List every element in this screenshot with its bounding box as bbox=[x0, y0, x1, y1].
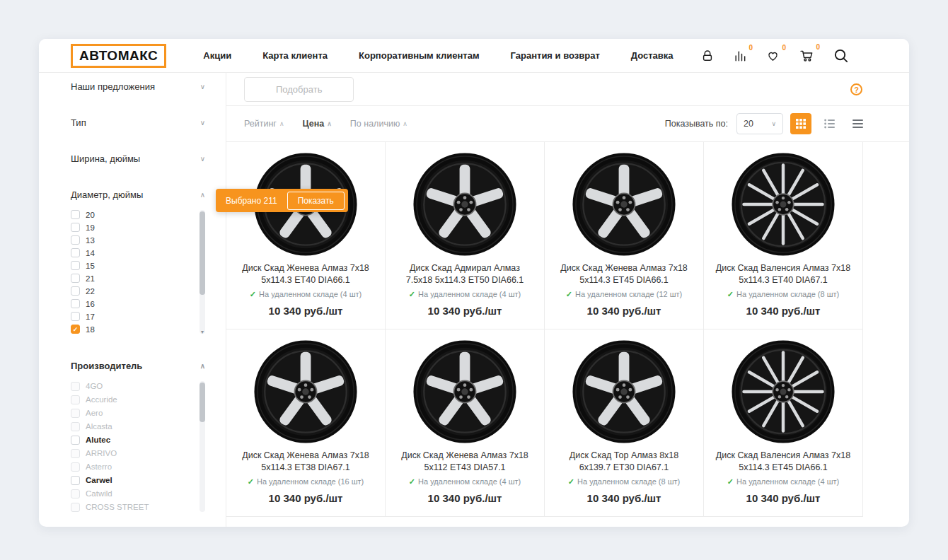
view-list-button[interactable] bbox=[819, 113, 840, 134]
checkbox[interactable] bbox=[71, 476, 80, 485]
nav-item-corporate[interactable]: Корпоративным клиентам bbox=[359, 50, 480, 61]
search-icon[interactable] bbox=[833, 47, 849, 64]
help-icon[interactable]: ? bbox=[850, 83, 862, 95]
in-stock-check-icon: ✓ bbox=[409, 290, 415, 299]
chevron-down-icon: ∨ bbox=[200, 119, 205, 127]
page-size-value: 20 bbox=[744, 119, 753, 129]
filter-header-width[interactable]: Ширина, дюймы ∨ bbox=[71, 153, 205, 164]
manufacturer-scrollbar[interactable] bbox=[200, 381, 205, 512]
filter-section-diameter: Диаметр, дюймы ∧ 20 19 13 14 15 21 22 16… bbox=[71, 189, 205, 335]
manufacturer-option-list: 4GO Accuride Aero Alcasta Alutec ARRIVO … bbox=[71, 380, 205, 513]
diameter-option-18[interactable]: ✓18 bbox=[71, 323, 194, 335]
diameter-option-15[interactable]: 15 bbox=[71, 259, 194, 272]
product-card[interactable]: Диск Скад Женева Алмаз 7x18 5x112 ET43 D… bbox=[386, 329, 545, 517]
cart-icon[interactable]: 0 bbox=[799, 48, 814, 63]
product-price: 10 340 руб./шт bbox=[395, 305, 534, 317]
product-card[interactable]: Диск Скад Женева Алмаз 7x18 5x114.3 ET45… bbox=[545, 142, 704, 329]
product-title[interactable]: Диск Скад Валенсия Алмаз 7x18 5x114.3 ET… bbox=[715, 450, 851, 474]
list-view-icon bbox=[824, 119, 835, 129]
wheel-photo bbox=[572, 152, 676, 257]
product-card[interactable]: Диск Скад Валенсия Алмаз 7x18 5x114.3 ET… bbox=[704, 329, 863, 517]
product-card[interactable]: Диск Скад Тор Алмаз 8x18 6x139.7 ET30 DI… bbox=[545, 329, 704, 517]
filter-label: Производитель bbox=[71, 361, 142, 371]
diameter-scrollbar[interactable]: ▾ bbox=[200, 210, 205, 334]
product-title[interactable]: Диск Скад Женева Алмаз 7x18 5x114.3 ET45… bbox=[556, 262, 692, 286]
manufacturer-option-catwild: Catwild bbox=[71, 487, 194, 500]
page-size-select[interactable]: 20 ∨ bbox=[736, 113, 783, 134]
checkbox[interactable] bbox=[71, 248, 80, 257]
nav-item-promos[interactable]: Акции bbox=[203, 50, 231, 61]
checkbox[interactable] bbox=[71, 312, 80, 321]
view-table-button[interactable] bbox=[847, 113, 868, 134]
filter-label: Диаметр, дюймы bbox=[71, 189, 143, 200]
sort-by-availability[interactable]: По наличию ∧ bbox=[350, 119, 407, 129]
wheel-photo bbox=[731, 152, 836, 257]
filter-header-type[interactable]: Тип ∨ bbox=[71, 117, 205, 128]
diameter-scrollbar-thumb[interactable] bbox=[200, 211, 205, 295]
checkbox[interactable] bbox=[71, 286, 80, 296]
diameter-option-19[interactable]: 19 bbox=[71, 221, 194, 233]
diameter-option-22[interactable]: 22 bbox=[71, 285, 194, 297]
product-card[interactable]: Диск Скад Женева Алмаз 7x18 5x114.3 ET40… bbox=[226, 142, 386, 329]
filter-header-diameter[interactable]: Диаметр, дюймы ∧ bbox=[71, 189, 205, 200]
product-title[interactable]: Диск Скад Адмирал Алмаз 7.5x18 5x114.3 E… bbox=[397, 262, 533, 286]
garage-lock-icon[interactable] bbox=[700, 49, 715, 63]
product-title[interactable]: Диск Скад Женева Алмаз 7x18 5x114.3 ET38… bbox=[238, 450, 374, 474]
filter-header-offers[interactable]: Наши предложения ∨ bbox=[71, 81, 205, 92]
product-availability: ✓ На удаленном складе (12 шт) bbox=[555, 290, 693, 299]
filter-section-offers: Наши предложения ∨ bbox=[71, 81, 205, 92]
selection-popup: Выбрано 211 Показать bbox=[216, 189, 348, 212]
diameter-option-14[interactable]: 14 bbox=[71, 247, 194, 259]
product-card[interactable]: Диск Скад Адмирал Алмаз 7.5x18 5x114.3 E… bbox=[386, 142, 545, 329]
nav-item-client-card[interactable]: Карта клиента bbox=[262, 50, 328, 61]
pick-button[interactable]: Подобрать bbox=[244, 77, 354, 102]
product-title[interactable]: Диск Скад Валенсия Алмаз 7x18 5x114.3 ET… bbox=[715, 262, 851, 286]
product-title[interactable]: Диск Скад Женева Алмаз 7x18 5x112 ET43 D… bbox=[397, 450, 533, 474]
checkbox[interactable] bbox=[71, 436, 80, 445]
filter-header-manufacturer[interactable]: Производитель ∧ bbox=[71, 361, 205, 371]
checkbox[interactable] bbox=[71, 274, 80, 283]
sort-by-price[interactable]: Цена ∧ bbox=[303, 119, 332, 129]
diameter-option-21[interactable]: 21 bbox=[71, 272, 194, 284]
site-header: АВТОМАКС Акции Карта клиента Корпоративн… bbox=[39, 39, 909, 73]
checkbox[interactable] bbox=[71, 235, 80, 245]
product-card[interactable]: Диск Скад Валенсия Алмаз 7x18 5x114.3 ET… bbox=[704, 142, 863, 329]
manufacturer-option-alcasta: Alcasta bbox=[71, 420, 194, 433]
diameter-option-17[interactable]: 17 bbox=[71, 310, 194, 322]
product-price: 10 340 руб./шт bbox=[555, 492, 693, 504]
diameter-option-13[interactable]: 13 bbox=[71, 234, 194, 246]
logo[interactable]: АВТОМАКС bbox=[71, 44, 166, 68]
wishlist-heart-icon[interactable]: 0 bbox=[765, 49, 780, 63]
checkbox bbox=[71, 409, 80, 418]
nav-item-delivery[interactable]: Доставка bbox=[631, 50, 674, 61]
product-title[interactable]: Диск Скад Тор Алмаз 8x18 6x139.7 ET30 DI… bbox=[556, 450, 692, 474]
rows-view-icon bbox=[852, 119, 863, 129]
top-strip: Подобрать ? bbox=[226, 73, 909, 106]
manufacturer-option-alutec[interactable]: Alutec bbox=[71, 433, 194, 446]
product-title[interactable]: Диск Скад Женева Алмаз 7x18 5x114.3 ET40… bbox=[238, 262, 374, 286]
product-price: 10 340 руб./шт bbox=[236, 492, 375, 504]
checkbox bbox=[71, 462, 80, 472]
manufacturer-option-carwel[interactable]: Carwel bbox=[71, 474, 194, 486]
checkbox[interactable] bbox=[71, 299, 80, 308]
product-card[interactable]: Диск Скад Женева Алмаз 7x18 5x114.3 ET38… bbox=[226, 329, 386, 517]
diameter-option-20[interactable]: 20 bbox=[71, 209, 194, 221]
manufacturer-option-asterro: Asterro bbox=[71, 460, 194, 473]
in-stock-check-icon: ✓ bbox=[250, 290, 256, 299]
diameter-option-16[interactable]: 16 bbox=[71, 298, 194, 310]
compare-icon[interactable]: 0 bbox=[733, 49, 747, 63]
sort-asc-caret-icon: ∧ bbox=[279, 120, 284, 127]
checkbox[interactable] bbox=[71, 223, 80, 232]
scrollbar-down-arrow-icon[interactable]: ▾ bbox=[200, 329, 205, 335]
manufacturer-scrollbar-thumb[interactable] bbox=[200, 383, 205, 422]
checkbox-checked[interactable]: ✓ bbox=[71, 325, 80, 334]
sort-by-rating[interactable]: Рейтинг ∧ bbox=[244, 119, 284, 129]
checkbox[interactable] bbox=[71, 210, 80, 219]
show-results-button[interactable]: Показать bbox=[287, 192, 345, 210]
in-stock-check-icon: ✓ bbox=[409, 477, 415, 486]
filter-label: Тип bbox=[71, 117, 86, 128]
product-price: 10 340 руб./шт bbox=[714, 305, 852, 317]
view-grid-button[interactable] bbox=[790, 113, 811, 134]
checkbox[interactable] bbox=[71, 261, 80, 270]
nav-item-warranty[interactable]: Гарантия и возврат bbox=[511, 50, 600, 61]
